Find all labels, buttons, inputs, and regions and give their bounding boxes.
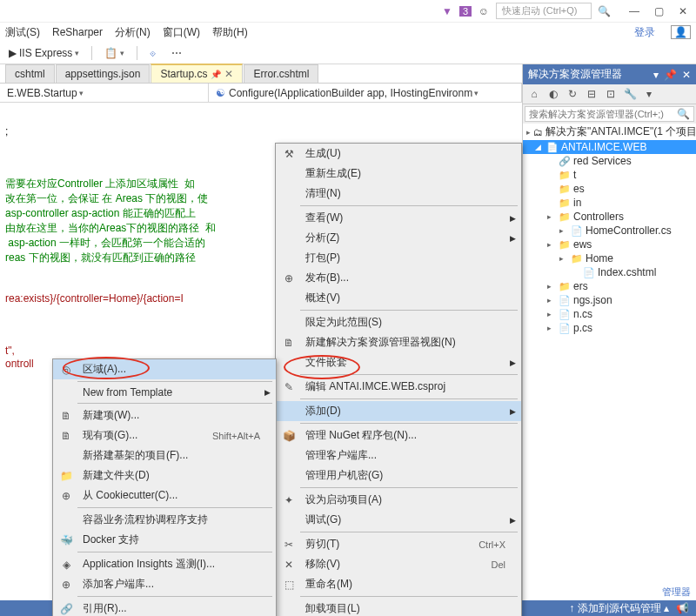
ctx-item-4[interactable]: 分析(Z)▶	[276, 228, 521, 248]
ctx-item-5[interactable]: 打包(P)	[276, 248, 521, 268]
menu-window[interactable]: 窗口(W)	[163, 25, 200, 40]
ctx-sub-item-8[interactable]: 🐳Docker 支持	[53, 530, 276, 550]
ctx-sub-item-10[interactable]: ⊕添加客户端库...	[53, 574, 276, 594]
ctx-item-12[interactable]: 添加(D)▶	[276, 401, 521, 421]
breadcrumb-class[interactable]: E.WEB.Startup▾	[0, 84, 209, 102]
se-props-icon[interactable]: 🔧	[622, 86, 638, 102]
se-search-input[interactable]	[525, 107, 673, 121]
tab-cshtml[interactable]: cshtml	[5, 64, 55, 83]
tree-project[interactable]: ◢📄ANTAI.IMCE.WEB	[523, 140, 696, 154]
feedback-icon[interactable]: ☺	[477, 4, 491, 18]
ctx-sub-item-3[interactable]: 🗎现有项(G)...Shift+Alt+A	[53, 425, 276, 445]
tab-startup[interactable]: Startup.cs📌✕	[151, 64, 243, 83]
ctx-sub-item-0[interactable]: ◎区域(A)...	[53, 359, 276, 379]
ctx-label: 容器业务流程协调程序支持	[83, 512, 260, 527]
se-bottom-tab[interactable]: 管理器	[662, 586, 691, 599]
ctx-item-1[interactable]: 重新生成(E)	[276, 164, 521, 184]
ctx-item-17[interactable]: 调试(G)▶	[276, 510, 521, 530]
tree-item[interactable]: 📁es	[523, 182, 696, 196]
tab-error[interactable]: Error.cshtml	[244, 64, 318, 83]
tab-appsettings[interactable]: appsettings.json	[56, 64, 151, 83]
se-dropdown-icon[interactable]: ▾	[653, 69, 659, 81]
tree-folder-home[interactable]: ▸📁Home	[523, 251, 696, 265]
ctx-sub-item-7[interactable]: 容器业务流程协调程序支持	[53, 510, 276, 530]
minimize-button[interactable]: —	[626, 5, 642, 17]
tree-item[interactable]: ▸📁ers	[523, 279, 696, 293]
login-link[interactable]: 登录	[634, 25, 655, 40]
se-pin-icon[interactable]: 📌	[664, 69, 677, 81]
ctx-sub-item-1[interactable]: New from Template▶	[53, 384, 276, 401]
search-icon[interactable]: 🔍	[673, 108, 693, 120]
pin-icon[interactable]: 📌	[211, 70, 221, 79]
tree-item[interactable]: 🔗red Services	[523, 154, 696, 168]
menu-help[interactable]: 帮助(H)	[212, 25, 248, 40]
ctx-item-19[interactable]: ✕移除(V)Del	[276, 554, 521, 574]
se-close-icon[interactable]: ✕	[682, 69, 691, 81]
ctx-sub-item-11[interactable]: 🔗引用(R)...	[53, 599, 276, 616]
toolbar-btn-2[interactable]: ⟐	[146, 45, 159, 61]
ctx-sub-item-4[interactable]: 新搭建基架的项目(F)...	[53, 445, 276, 465]
ctx-sub-item-2[interactable]: 🗎新建项(W)...	[53, 405, 276, 425]
ctx-item-21[interactable]: 卸载项目(L)	[276, 599, 521, 616]
source-control-text[interactable]: ↑ 添加到源代码管理 ▴	[569, 601, 669, 616]
ctx-label: 新搭建基架的项目(F)...	[83, 448, 260, 463]
ctx-item-3[interactable]: 查看(W)▶	[276, 208, 521, 228]
tree-item[interactable]: 📁t	[523, 168, 696, 182]
se-collapse-icon[interactable]: ⊟	[584, 86, 599, 102]
ctx-item-8[interactable]: 限定为此范围(S)	[276, 312, 521, 332]
login-avatar-icon[interactable]: 👤	[671, 25, 691, 39]
ctx-item-2[interactable]: 清理(N)	[276, 184, 521, 204]
ctx-item-14[interactable]: 管理客户端库...	[276, 445, 521, 465]
ctx-sub-item-5[interactable]: 📁新建文件夹(D)	[53, 465, 276, 485]
toolbar: ▶ IIS Express ▾ 📋 ▾ ⟐ ⋯	[0, 42, 696, 64]
tree-file-index[interactable]: 📄Index.cshtml	[523, 265, 696, 279]
ctx-item-13[interactable]: 📦管理 NuGet 程序包(N)...	[276, 425, 521, 445]
tree-item[interactable]: ▸📄n.cs	[523, 307, 696, 321]
ctx-item-9[interactable]: 🗎新建解决方案资源管理器视图(N)	[276, 332, 521, 352]
ctx-label: 设为启动项目(A)	[305, 492, 505, 507]
solution-tree[interactable]: ▸🗂解决方案"ANTAI.IMCE"(1 个项目) ◢📄ANTAI.IMCE.W…	[523, 124, 696, 600]
ctx-sub-item-9[interactable]: ◈Application Insights 遥测(I)...	[53, 554, 276, 574]
notification-badge[interactable]: 3	[459, 6, 472, 17]
tree-file-homecontroller[interactable]: ▸📄HomeController.cs	[523, 224, 696, 238]
sb-icon[interactable]: 📢	[676, 602, 689, 614]
se-sync-icon[interactable]: ↻	[565, 86, 580, 102]
close-button[interactable]: ✕	[675, 5, 691, 17]
ctx-item-20[interactable]: ⬚重命名(M)	[276, 574, 521, 594]
solution-explorer-search[interactable]: 🔍	[525, 106, 694, 122]
se-showall-icon[interactable]: ⊡	[603, 86, 619, 102]
tree-item[interactable]: ▸📄ngs.json	[523, 293, 696, 307]
ctx-label: 引用(R)...	[83, 601, 260, 616]
toolbar-btn-1[interactable]: 📋 ▾	[101, 45, 128, 61]
ctx-label: 重新生成(E)	[305, 166, 505, 181]
ctx-label: 发布(B)...	[305, 271, 505, 285]
quick-launch-input[interactable]: 快速启动 (Ctrl+Q)	[496, 3, 592, 19]
toolbar-btn-3[interactable]: ⋯	[168, 45, 185, 61]
tree-item[interactable]: ▸📄p.cs	[523, 321, 696, 335]
search-icon[interactable]: 🔍	[597, 4, 611, 18]
breadcrumb-method[interactable]: ☯Configure(IApplicationBuilder app, IHos…	[209, 84, 522, 102]
ctx-sub-item-6[interactable]: ⊕从 Cookiecutter(C)...	[53, 485, 276, 506]
se-more-icon[interactable]: ▾	[641, 86, 657, 102]
tree-item[interactable]: ▸📁ews	[523, 238, 696, 251]
ctx-item-16[interactable]: ✦设为启动项目(A)	[276, 490, 521, 510]
tree-folder-controllers[interactable]: ▸📁Controllers	[523, 210, 696, 224]
se-back-icon[interactable]: ◐	[545, 86, 561, 102]
ctx-item-15[interactable]: 管理用户机密(G)	[276, 465, 521, 485]
tree-solution-root[interactable]: ▸🗂解决方案"ANTAI.IMCE"(1 个项目)	[523, 124, 696, 140]
ctx-item-6[interactable]: ⊕发布(B)...	[276, 268, 521, 288]
menu-resharper[interactable]: ReSharper	[52, 26, 103, 38]
menu-test[interactable]: 测试(S)	[5, 25, 40, 40]
se-home-icon[interactable]: ⌂	[526, 86, 542, 102]
menu-analyze[interactable]: 分析(N)	[115, 25, 151, 40]
ctx-item-18[interactable]: ✂剪切(T)Ctrl+X	[276, 534, 521, 554]
tree-item[interactable]: 📁in	[523, 196, 696, 210]
maximize-button[interactable]: ▢	[651, 5, 666, 17]
iis-express-button[interactable]: ▶ IIS Express ▾	[5, 45, 83, 61]
close-icon[interactable]: ✕	[224, 68, 233, 80]
ctx-item-0[interactable]: ⚒生成(U)	[276, 144, 521, 164]
ctx-item-11[interactable]: ✎编辑 ANTAI.IMCE.WEB.csproj	[276, 377, 521, 397]
ctx-label: 限定为此范围(S)	[305, 315, 505, 330]
ctx-item-7[interactable]: 概述(V)	[276, 288, 521, 308]
ctx-item-10[interactable]: 文件嵌套▶	[276, 352, 521, 372]
